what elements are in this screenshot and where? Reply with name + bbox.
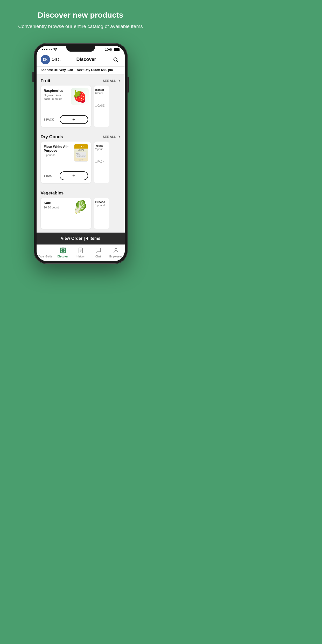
phone-mockup-container: 100% DK 1489.. Discover	[0, 38, 161, 264]
app-header: DK 1489.. Discover	[37, 52, 125, 67]
partial-product-name: Banan	[95, 88, 108, 91]
product-sections: Fruit SEE ALL Raspberries	[37, 75, 125, 232]
nav-item-discover[interactable]: Discover	[55, 247, 71, 258]
product-name: Kale	[44, 201, 68, 205]
product-footer: 1 PACK +	[44, 114, 88, 124]
product-card-kale: Kale 16-20 count 🥬	[41, 198, 91, 229]
product-desc: Organic | 4 oz each | 8 boxes	[44, 93, 68, 101]
order-guide-icon	[42, 247, 49, 254]
fruit-product-row: Raspberries Organic | 4 oz each | 8 boxe…	[37, 86, 125, 130]
svg-rect-7	[79, 248, 82, 253]
flour-bag-image: GOLD MEDAL ALL PURPOSE FLOUR	[74, 144, 88, 162]
status-bar: 100%	[37, 46, 125, 52]
app-screen-title: Discover	[76, 57, 96, 62]
dry-goods-product-row: Flour White All-Purpose 6 pounds GOLD ME…	[37, 142, 125, 186]
signal-indicator	[42, 49, 52, 50]
fruit-section: Fruit SEE ALL Raspberries	[37, 75, 125, 130]
dry-goods-title: Dry Goods	[41, 134, 63, 139]
bottom-nav: Order Guide Discover	[37, 244, 125, 261]
signal-dot-1	[42, 49, 43, 50]
avatar: DK	[41, 55, 50, 64]
cutoff-time: 6:00 pm	[101, 68, 113, 72]
account-number: 1489..	[52, 58, 61, 61]
employees-icon	[112, 247, 120, 254]
soonest-delivery-label: Soonest Delivery	[41, 68, 66, 72]
kale-image: 🥬	[73, 200, 88, 214]
signal-dot-5	[50, 49, 52, 50]
next-day-cutoff: Next Day Cutoff 6:00 pm	[77, 68, 113, 72]
view-order-bar[interactable]: View Order | 4 items	[37, 233, 125, 244]
discover-icon	[59, 247, 67, 254]
partial-unit: 1 PACK	[95, 159, 108, 164]
nav-label-chat: Chat	[95, 255, 101, 258]
header-section: Discover new products Conveniently brows…	[0, 0, 161, 38]
fruit-title: Fruit	[41, 78, 51, 83]
svg-point-6	[62, 250, 64, 251]
wifi-icon	[53, 48, 57, 51]
product-name: Flour White All-Purpose	[44, 145, 69, 152]
partial-product-desc: 2 poun	[95, 148, 108, 151]
product-card-broccoli-partial: Brocco 1 pound	[94, 198, 109, 229]
cutoff-label: Next Day Cutoff	[77, 68, 100, 72]
svg-line-1	[117, 61, 118, 62]
vegetables-section: Vegetables Kale 16-20 count 🥬	[37, 187, 125, 232]
product-card-yeast-partial: Yeast 2 poun 1 PACK	[94, 142, 109, 183]
delivery-bar: Soonest Delivery 8/30 Next Day Cutoff 6:…	[37, 67, 125, 75]
fruit-section-header: Fruit SEE ALL	[37, 75, 125, 86]
status-right: 100%	[105, 48, 119, 51]
nav-item-history[interactable]: History	[73, 247, 88, 258]
dry-goods-section-header: Dry Goods SEE ALL	[37, 131, 125, 142]
chat-icon	[95, 247, 102, 254]
dry-goods-see-all[interactable]: SEE ALL	[103, 135, 120, 139]
product-desc: 16-20 count	[44, 206, 68, 209]
product-desc: 6 pounds	[44, 153, 69, 157]
fruit-see-all[interactable]: SEE ALL	[103, 79, 120, 83]
vegetables-section-header: Vegetables	[37, 187, 125, 198]
signal-dot-4	[48, 49, 50, 50]
nav-label-order-guide: Order Guide	[38, 255, 52, 258]
nav-label-discover: Discover	[57, 255, 68, 258]
phone-outer-frame: 100% DK 1489.. Discover	[34, 43, 127, 264]
phone-screen: 100% DK 1489.. Discover	[37, 46, 125, 261]
battery-icon	[114, 48, 120, 51]
product-card-flour: Flour White All-Purpose 6 pounds GOLD ME…	[41, 142, 91, 183]
add-button[interactable]: +	[60, 115, 88, 124]
nav-item-chat[interactable]: Chat	[90, 247, 106, 258]
dry-goods-section: Dry Goods SEE ALL Flour White All-	[37, 131, 125, 186]
partial-product-desc: 1 pound	[95, 204, 108, 207]
signal-dot-2	[44, 49, 45, 50]
signal-dot-3	[46, 49, 47, 50]
svg-point-11	[115, 248, 117, 250]
raspberries-image: 🍓	[73, 90, 87, 103]
vegetables-title: Vegetables	[41, 191, 64, 196]
product-unit: 1 PACK	[44, 118, 54, 121]
partial-product-name: Brocco	[95, 200, 108, 204]
user-badge[interactable]: DK 1489..	[41, 55, 61, 64]
status-left	[42, 48, 57, 51]
soonest-delivery: Soonest Delivery 8/30	[41, 68, 73, 72]
soonest-delivery-date: 8/30	[67, 68, 73, 72]
nav-label-employees: Employees	[109, 255, 122, 258]
product-card-bananas-partial: Banan 6 Bunc 1 CASE	[94, 86, 109, 127]
nav-label-history: History	[76, 255, 85, 258]
product-card-raspberries: Raspberries Organic | 4 oz each | 8 boxe…	[41, 86, 91, 127]
vegetables-product-row: Kale 16-20 count 🥬 Brocco 1 pound	[37, 198, 125, 232]
product-footer: 1 BAG +	[44, 170, 88, 180]
partial-unit: 1 CASE	[95, 103, 108, 108]
product-name: Raspberries	[44, 89, 68, 93]
history-icon	[77, 247, 84, 254]
partial-product-name: Yeast	[95, 144, 108, 147]
page-subtitle: Conveniently browse our entire catalog o…	[18, 23, 143, 30]
nav-item-order-guide[interactable]: Order Guide	[38, 247, 53, 258]
partial-product-desc: 6 Bunc	[95, 92, 108, 95]
view-order-label: View Order | 4 items	[61, 236, 100, 241]
product-unit: 1 BAG	[44, 174, 53, 177]
search-button[interactable]	[111, 55, 120, 64]
battery-percent: 100%	[105, 48, 112, 51]
add-button[interactable]: +	[60, 171, 88, 180]
notch	[66, 46, 95, 52]
page-title: Discover new products	[38, 10, 123, 20]
nav-item-employees[interactable]: Employees	[108, 247, 124, 258]
